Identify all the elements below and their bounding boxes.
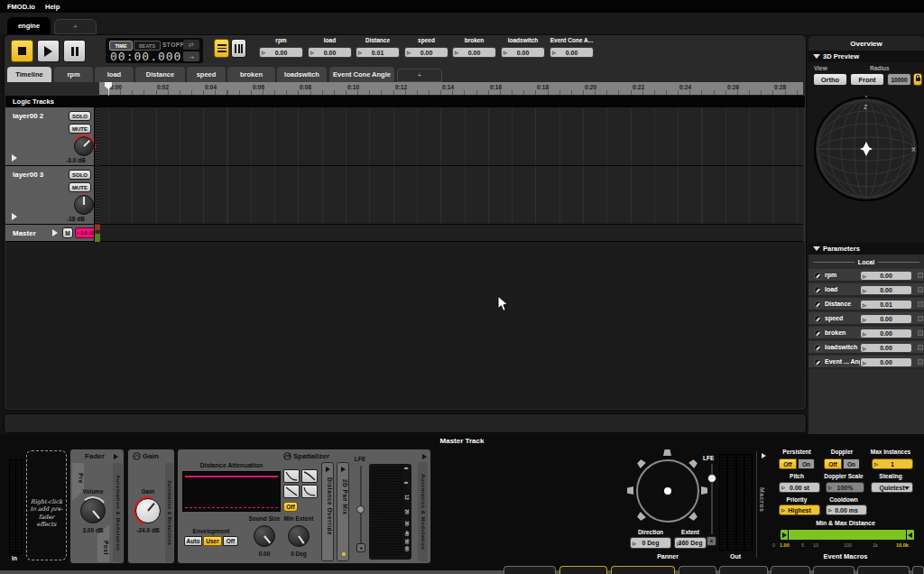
sheet-tab-loadswitch[interactable]: loadswitch xyxy=(277,67,327,82)
sheet-tab-load[interactable]: load xyxy=(95,67,134,82)
track-lane-layer00-2[interactable] xyxy=(100,107,803,166)
preset-tab[interactable] xyxy=(611,566,675,574)
lock-button[interactable] xyxy=(913,73,922,86)
sheet-tab-speed[interactable]: speed xyxy=(187,67,226,82)
automation-checkbox[interactable] xyxy=(918,316,923,321)
play-button[interactable] xyxy=(37,40,60,62)
track-header-layer00-3[interactable]: layer00 3 SOLO MUTE -18 dB xyxy=(5,166,94,225)
ortho-view-button[interactable]: Ortho xyxy=(813,73,847,86)
sheet-tab-rpm[interactable]: rpm xyxy=(54,67,93,82)
toolbar-param-field[interactable]: ▷0.01 xyxy=(356,47,400,58)
min-handle-icon[interactable] xyxy=(782,532,787,538)
track-lane-master[interactable] xyxy=(100,225,803,242)
spatializer-module[interactable]: Spatializer Distance Attenuation Off Env… xyxy=(177,449,431,564)
fader-module[interactable]: Fader Pre Post Volume 3.00 dB Automation… xyxy=(69,449,125,564)
solo-button[interactable]: SOLO xyxy=(69,111,91,121)
track-header-master[interactable]: Master M ▷ 3.0 dB xyxy=(5,225,94,242)
automation-strip[interactable]: Automation & Modulation xyxy=(165,463,173,562)
front-view-button[interactable]: Front xyxy=(850,73,884,86)
preset-tab[interactable] xyxy=(771,566,810,574)
max-instances-field[interactable]: ▷1 xyxy=(872,458,913,469)
menu-help[interactable]: Help xyxy=(45,3,60,11)
module-menu-icon[interactable] xyxy=(422,454,427,459)
3d-preview-sphere[interactable]: Z X xyxy=(812,89,920,201)
stealing-dropdown[interactable]: Quietest xyxy=(871,482,913,493)
direction-field[interactable]: ▷0 Deg xyxy=(630,537,671,549)
track-volume-knob[interactable] xyxy=(74,195,94,215)
doppler-on-button[interactable]: On xyxy=(843,458,860,469)
tab-new[interactable]: + xyxy=(54,19,97,34)
expand-triangle-icon[interactable] xyxy=(52,229,58,236)
pre-tab[interactable]: Pre xyxy=(72,463,84,501)
volume-knob[interactable] xyxy=(80,498,106,523)
expand-triangle-icon[interactable] xyxy=(12,154,17,162)
preset-tab[interactable] xyxy=(679,566,716,574)
extent-field[interactable]: ▷360 Deg xyxy=(674,537,707,549)
toolbar-param-field[interactable]: ▷0.00 xyxy=(501,47,545,58)
parameter-value-field[interactable]: ▷0.00 xyxy=(860,285,912,295)
mute-button[interactable]: MUTE xyxy=(69,182,91,192)
sound-size-knob[interactable] xyxy=(254,525,275,547)
lfe-mute-button[interactable] xyxy=(356,543,365,552)
pitch-field[interactable]: ▷0.00 st xyxy=(779,482,820,493)
radius-field[interactable]: 10000 xyxy=(887,73,911,86)
parameter-value-field[interactable]: ▷0.00 xyxy=(860,343,912,353)
gain-module[interactable]: Gain Gain -24.0 dB Automation & Modulati… xyxy=(127,449,175,564)
automation-checkbox[interactable] xyxy=(918,330,923,336)
preview-section-bar[interactable]: 3D Preview xyxy=(808,51,924,62)
envelopment-off-button[interactable]: Off xyxy=(223,536,238,546)
distance-override-strip[interactable]: Distance Override xyxy=(321,462,334,561)
sheet-tab-timeline[interactable]: Timeline xyxy=(7,67,51,82)
automation-checkbox[interactable] xyxy=(918,345,923,350)
follow-playhead-button[interactable]: → xyxy=(183,51,199,61)
loop-button[interactable]: ⇄ xyxy=(183,40,199,50)
preset-tab[interactable] xyxy=(857,566,910,574)
deck-lfe-slider-handle[interactable] xyxy=(707,474,716,483)
curve-shape-button-1[interactable] xyxy=(283,469,300,483)
pre-fader-drop-zone[interactable]: Right-click to add pre-fader effects xyxy=(26,450,67,560)
lfe-slider-handle[interactable] xyxy=(356,505,365,514)
expand-triangle-icon[interactable] xyxy=(12,213,17,220)
curve-shape-button-2[interactable] xyxy=(301,469,318,483)
toolbar-param-field[interactable]: ▷0.00 xyxy=(452,47,496,58)
parameter-value-field[interactable]: ▷0.00 xyxy=(860,357,912,367)
parameter-value-field[interactable]: ▷0.00 xyxy=(860,271,912,281)
stop-button[interactable] xyxy=(11,40,33,62)
toolbar-param-field[interactable]: ▷0.00 xyxy=(404,47,448,58)
doppler-scale-field[interactable]: ▷100% xyxy=(826,482,864,493)
track-lane-layer00-3[interactable] xyxy=(100,166,803,225)
curve-shape-button-4[interactable] xyxy=(301,485,318,498)
sheet-tab-distance[interactable]: Distance xyxy=(135,67,185,82)
track-header-layer00-2[interactable]: layer00 2 SOLO MUTE -3.0 dB xyxy=(5,107,94,166)
sheet-tab-add[interactable]: + xyxy=(397,69,442,82)
automation-strip[interactable]: Automation & Modulation xyxy=(418,462,428,561)
envelopment-user-button[interactable]: User xyxy=(203,536,222,546)
toolbar-param-field[interactable]: ▷0.00 xyxy=(308,47,352,58)
timeline-ruler[interactable]: 0:00 0:02 0:04 0:06 0:08 0:10 0:12 0:14 … xyxy=(99,82,803,96)
preset-tab[interactable] xyxy=(813,566,855,574)
solo-button[interactable]: SOLO xyxy=(69,170,91,180)
min-extent-knob[interactable] xyxy=(288,525,310,547)
automation-checkbox[interactable] xyxy=(918,287,923,292)
menu-fmod-io[interactable]: FMOD.io xyxy=(7,3,35,11)
sheet-tab-event-cone-angle[interactable]: Event Cone Angle xyxy=(329,67,394,82)
doppler-off-button[interactable]: Off xyxy=(824,458,842,469)
mute-button[interactable]: MUTE xyxy=(69,124,91,134)
preset-tab[interactable] xyxy=(504,566,556,574)
tab-engine[interactable]: engine xyxy=(7,17,51,34)
preset-tab[interactable] xyxy=(719,566,768,574)
track-volume-knob[interactable] xyxy=(74,136,94,156)
parameter-value-field[interactable]: ▷0.00 xyxy=(860,329,912,338)
preset-tab[interactable] xyxy=(559,566,607,574)
automation-checkbox[interactable] xyxy=(918,359,923,365)
pan-mix-strip[interactable]: 2D Pan Mix xyxy=(337,462,349,561)
envelopment-auto-button[interactable]: Auto xyxy=(184,536,202,546)
pause-button[interactable] xyxy=(63,40,86,62)
cooldown-field[interactable]: ▷0.00 ms xyxy=(826,505,867,515)
module-menu-icon[interactable] xyxy=(114,454,118,459)
override-off-button[interactable]: Off xyxy=(283,502,298,512)
master-mute-button[interactable]: M xyxy=(62,227,73,238)
persistent-off-button[interactable]: Off xyxy=(779,458,797,469)
automation-checkbox[interactable] xyxy=(918,273,923,278)
toolbar-param-field[interactable]: ▷0.00 xyxy=(259,47,303,58)
